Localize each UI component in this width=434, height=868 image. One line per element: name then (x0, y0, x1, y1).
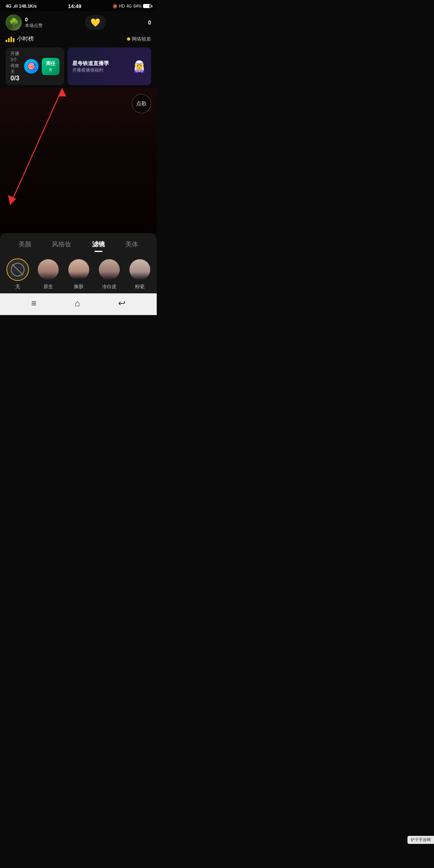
hd-label: HD (119, 4, 125, 8)
filter-thumb-cool-white (98, 258, 121, 281)
svg-line-0 (10, 88, 62, 205)
menu-icon[interactable]: ≡ (31, 298, 37, 309)
filter-label-skin: 焕肤 (74, 283, 84, 290)
weekly-sub: 务 (49, 67, 53, 73)
network-type-icon: 4G (127, 4, 132, 8)
filter-thumb-porcelain (129, 258, 151, 281)
hourly-label[interactable]: 小时榜 (17, 35, 34, 43)
filter-item-none[interactable]: 无 (6, 258, 30, 290)
network-status: 网络较差 (127, 36, 151, 43)
status-bar: 4G .ıll 148.1K/s 14:49 🔕 HD 4G 84% (0, 0, 157, 11)
filter-label-natural: 原生 (43, 283, 53, 290)
arrow-overlay (0, 88, 157, 233)
bell-icon: 🔕 (113, 4, 117, 8)
chart-icon (6, 36, 14, 42)
tab-style[interactable]: 风格妆 (49, 239, 74, 250)
signal-speed: 4G .ıll 148.1K/s (6, 4, 37, 8)
network-label: 网络较差 (132, 36, 151, 43)
right-count: 0 (148, 19, 151, 26)
likes-info: 0 本场点赞 (25, 16, 43, 29)
tabs-row: 美颜 风格妆 滤镜 美体 (0, 233, 157, 254)
tab-body[interactable]: 美体 (122, 239, 141, 250)
weekly-task-badge[interactable]: 周任 务 (42, 58, 59, 75)
no-filter-icon (7, 259, 28, 280)
battery-icon (143, 4, 151, 8)
heart-button[interactable]: 💛 (85, 15, 106, 30)
likes-label: 本场点赞 (25, 23, 43, 29)
filter-item-cool-white[interactable]: 冷白皮 (97, 258, 121, 290)
face-thumb-cool-white (99, 259, 120, 280)
bottom-panel: 美颜 风格妆 滤镜 美体 无 原生 焕肤 (0, 233, 157, 293)
face-thumb-natural (38, 259, 59, 280)
home-icon[interactable]: ⌂ (75, 298, 80, 309)
task-info: 开播3个有效天 0/3 (10, 51, 21, 82)
task-icon: 🎯 (24, 59, 39, 74)
star-mascot-icon: 🧝‍♀️ (132, 60, 146, 73)
likes-count: 0 (25, 16, 43, 23)
video-area: 点歌 (0, 88, 157, 233)
nav-bar: ≡ ⌂ ↩ (0, 293, 157, 315)
user-info: 0 本场点赞 (6, 14, 43, 31)
song-request-button[interactable]: 点歌 (132, 94, 151, 113)
filter-thumb-none (6, 258, 29, 281)
star-banner-text: 星夸铁道直播季 开播看播领福利 (72, 60, 129, 73)
weekly-label: 周任 (46, 60, 55, 67)
slash-circle-icon (11, 263, 25, 276)
face-thumb-porcelain (129, 259, 150, 280)
filter-label-cool-white: 冷白皮 (102, 283, 117, 290)
battery-percent: 84% (133, 4, 141, 8)
filter-thumb-natural (37, 258, 59, 281)
avatar-image (6, 14, 22, 31)
filter-label-porcelain: 粉瓷 (135, 283, 145, 290)
task-area: 开播3个有效天 0/3 🎯 周任 务 星夸铁道直播季 开播看播领福利 🧝‍♀️ (0, 44, 157, 88)
filter-row: 无 原生 焕肤 冷白皮 粉瓷 (0, 254, 157, 293)
hourly-bar: 小时榜 网络较差 (0, 34, 157, 44)
svg-marker-2 (58, 88, 66, 96)
filter-label-none: 无 (15, 283, 20, 290)
task-card[interactable]: 开播3个有效天 0/3 🎯 周任 务 (6, 47, 64, 85)
svg-marker-1 (8, 195, 16, 205)
filter-item-porcelain[interactable]: 粉瓷 (128, 258, 152, 290)
signal-icon: 4G .ıll (6, 4, 19, 8)
top-bar: 0 本场点赞 💛 0 (0, 11, 157, 34)
task-title: 开播3个有效天 (10, 51, 21, 75)
face-thumb-skin (68, 259, 89, 280)
filter-item-skin[interactable]: 焕肤 (67, 258, 91, 290)
star-subtitle: 开播看播领福利 (72, 67, 129, 73)
back-icon[interactable]: ↩ (118, 298, 125, 309)
star-title: 星夸铁道直播季 (72, 60, 129, 67)
star-banner[interactable]: 星夸铁道直播季 开播看播领福利 🧝‍♀️ (68, 47, 151, 85)
song-request-label: 点歌 (136, 100, 147, 107)
avatar[interactable] (6, 14, 22, 31)
filter-thumb-skin (68, 258, 90, 281)
status-right-group: 🔕 HD 4G 84% (113, 4, 151, 8)
filter-item-natural[interactable]: 原生 (36, 258, 60, 290)
task-progress: 0/3 (10, 75, 21, 82)
tab-filter[interactable]: 滤镜 (89, 239, 108, 250)
network-dot (127, 37, 130, 41)
time-display: 14:49 (68, 3, 81, 9)
tab-beauty[interactable]: 美颜 (15, 239, 35, 250)
heart-icon: 💛 (90, 18, 100, 27)
